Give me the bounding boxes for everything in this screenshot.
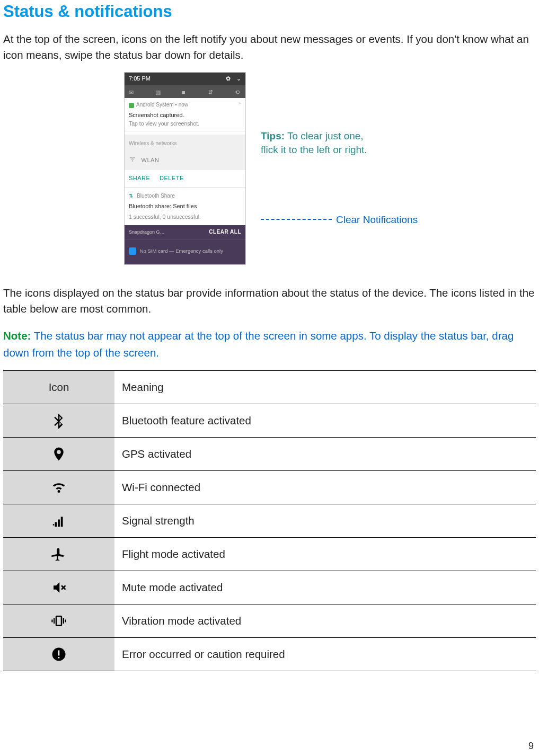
note-label: Note:	[3, 330, 31, 342]
clear-notifications-callout: Clear Notifications	[336, 213, 418, 227]
status-icon: ✉	[129, 88, 135, 95]
svg-rect-4	[56, 616, 61, 626]
wifi-icon	[3, 471, 114, 504]
airplane-icon	[3, 538, 114, 571]
bluetooth-icon	[3, 404, 114, 438]
error-icon	[3, 638, 114, 671]
svg-rect-2	[58, 520, 60, 527]
svg-rect-1	[55, 522, 57, 527]
th-meaning: Meaning	[114, 371, 536, 404]
bt-subtitle: 1 successful, 0 unsuccessful.	[125, 213, 245, 225]
svg-rect-11	[58, 657, 60, 659]
no-sim-text: No SIM card — Emergency calls only	[140, 248, 223, 254]
table-row: Vibration mode activated	[3, 604, 536, 638]
table-row: Bluetooth feature activated	[3, 404, 536, 438]
table-row: Signal strength	[3, 504, 536, 538]
mute-icon	[3, 571, 114, 604]
phone-time: 7:05 PM	[129, 75, 151, 83]
bt-title: Bluetooth share: Sent files	[125, 202, 245, 213]
wlan-label: WLAN	[142, 157, 160, 163]
mid-paragraph: The icons displayed on the status bar pr…	[3, 285, 536, 316]
meaning-cell: Mute mode activated	[114, 571, 536, 604]
note-paragraph: Note: The status bar may not appear at t…	[3, 327, 536, 361]
icon-meaning-table: Icon Meaning Bluetooth feature activated…	[3, 370, 536, 671]
vibrate-icon	[3, 604, 114, 638]
page-title: Status & notifications	[3, 0, 536, 24]
meaning-cell: Vibration mode activated	[114, 604, 536, 638]
svg-rect-5	[54, 618, 55, 624]
th-icon: Icon	[3, 371, 114, 404]
meaning-cell: Signal strength	[114, 504, 536, 538]
note-text: The status bar may not appear at the top…	[3, 330, 514, 359]
svg-rect-6	[51, 620, 52, 622]
status-icon: ⟲	[235, 88, 241, 95]
callouts: Tips: To clear just one, flick it to the…	[261, 72, 418, 226]
table-row: Error occurred or caution required	[3, 638, 536, 671]
wifi-icon	[129, 155, 136, 165]
clear-all-button[interactable]: CLEAR ALL	[209, 228, 241, 236]
svg-rect-8	[65, 620, 66, 622]
svg-rect-10	[58, 651, 60, 656]
chevron-up-icon: ˄	[238, 101, 241, 109]
gps-icon	[3, 438, 114, 471]
bt-share-label: Bluetooth Share	[137, 193, 175, 199]
meaning-cell: Wi-Fi connected	[114, 471, 536, 504]
bluetooth-share-icon: ⇅	[129, 193, 133, 199]
share-action[interactable]: SHARE	[129, 175, 150, 181]
notif-title: Screenshot captured.	[129, 111, 241, 120]
notification-figure: 7:05 PM ✿ ⌄ ✉ ▧ ■ ⇵ ⟲ Android System • n…	[3, 72, 536, 265]
svg-rect-0	[53, 524, 55, 526]
status-icon: ⇵	[208, 88, 215, 95]
phone-icon	[129, 247, 136, 255]
intro-paragraph: At the top of the screen, icons on the l…	[3, 31, 536, 63]
table-row: Mute mode activated	[3, 571, 536, 604]
callout-connector	[261, 219, 332, 220]
signal-icon	[3, 504, 114, 538]
notif-subtitle: Tap to view your screenshot.	[129, 120, 241, 128]
meaning-cell: Flight mode activated	[114, 538, 536, 571]
phone-mockup: 7:05 PM ✿ ⌄ ✉ ▧ ■ ⇵ ⟲ Android System • n…	[124, 72, 246, 265]
notif-app: Android System • now	[136, 101, 188, 109]
delete-action[interactable]: DELETE	[160, 175, 184, 181]
gear-icon: ✿	[226, 75, 231, 83]
meaning-cell: Error occurred or caution required	[114, 638, 536, 671]
status-icon: ■	[182, 88, 188, 95]
chevron-down-icon: ⌄	[236, 75, 241, 83]
android-icon	[129, 103, 134, 108]
meaning-cell: GPS activated	[114, 438, 536, 471]
svg-rect-7	[63, 618, 64, 624]
tip-label: Tips:	[261, 130, 285, 141]
table-row: Wi-Fi connected	[3, 471, 536, 504]
snapdragon-label: Snapdragon G…	[129, 229, 165, 235]
status-icon: ▧	[155, 88, 162, 95]
table-row: Flight mode activated	[3, 538, 536, 571]
svg-rect-3	[61, 517, 63, 527]
page-number: 9	[528, 739, 534, 753]
wireless-section-label: Wireless & networks	[129, 140, 241, 148]
meaning-cell: Bluetooth feature activated	[114, 404, 536, 438]
table-row: GPS activated	[3, 438, 536, 471]
